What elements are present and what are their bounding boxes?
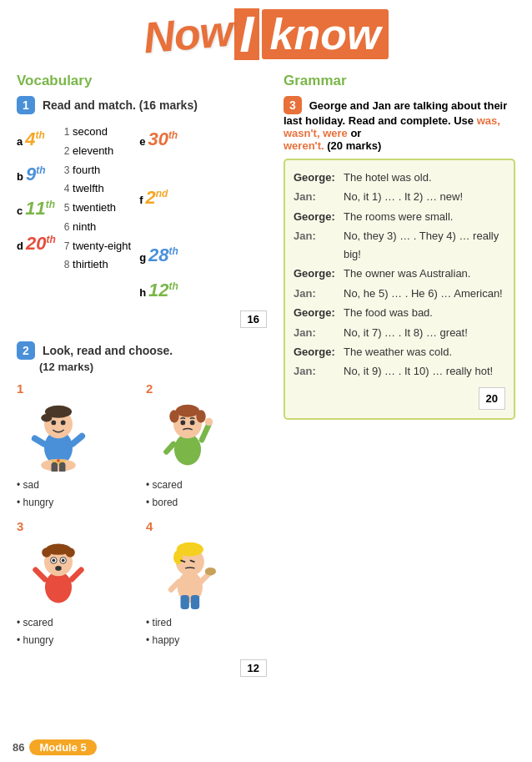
dialogue-line-3: George: The rooms were small. [294,208,505,225]
ord-g: 28th [148,239,178,272]
exercise-2: 2 Look, read and choose. (12 marks) 1 [17,341,267,677]
char2-opt2: bored [146,494,183,511]
svg-rect-37 [181,595,189,609]
george-speaker-2: George: [294,208,339,225]
exercise2-score: 12 [240,659,267,677]
label-b: b [17,167,23,186]
word-6: 6 ninth [64,218,131,237]
svg-line-34 [36,569,45,578]
jan-text-3: No, he 5) … . He 6) … American! [344,285,505,302]
george-speaker-3: George: [294,265,339,282]
svg-rect-12 [59,462,66,472]
character-3: 3 [17,519,138,648]
char4-options: tired happy [146,614,179,648]
svg-line-35 [72,569,81,578]
svg-point-26 [42,548,51,557]
word-5: 5 twentieth [64,199,131,218]
dialogue-line-4: Jan: No, they 3) … . They 4) … really bi… [294,227,505,263]
jan-text-4: No, it 7) … . It 8) … great! [344,324,505,341]
character-1: 1 [17,381,138,511]
dialogue-line-1: George: The hotel was old. [294,169,505,186]
match-item-b: b 9th [17,158,56,191]
char2-svg [150,401,225,472]
werent-highlight: weren't. [284,139,324,152]
char2-opt1: scared [146,477,183,493]
char2-options: scared bored [146,477,183,511]
clearfix1: 16 [17,306,267,328]
page-header: Now I know [0,0,532,64]
match-item-h: h 12th [139,274,178,307]
match-item-d: d 20th [17,227,56,260]
char1-opt2: hungry [17,494,53,511]
char4-opt1: tired [146,614,179,631]
char1-figure [17,398,100,473]
match-item-f: f 2nd [139,181,178,214]
ord-d: 20th [26,227,56,260]
svg-line-44 [201,573,208,581]
svg-point-5 [61,420,66,425]
george-text-2: The rooms were small. [344,208,505,225]
char1-num: 1 [17,381,23,396]
vocab-section-title: Vocabulary [17,73,267,89]
label-d: d [17,236,23,255]
char4-opt2: happy [146,632,179,648]
svg-point-23 [45,571,72,603]
match-item-c: c 11th [17,192,56,225]
match-item-g: g 28th [139,239,178,272]
left-column: Vocabulary 1 Read and match. (16 marks) … [17,73,267,685]
svg-line-7 [73,436,82,443]
label-g: g [139,248,146,267]
know-text: know [262,9,389,59]
george-speaker-1: George: [294,169,339,186]
character-2: 2 [146,381,267,511]
ord-a: 4th [25,123,45,156]
char1-svg [21,401,96,472]
match-item-a: a 4th [17,123,56,156]
exercise2-subtitle: (12 marks) [39,361,93,373]
dialogue-line-10: Jan: No, it 9) … . It 10) … really hot! [294,362,505,380]
char2-figure [146,398,229,473]
svg-point-3 [41,414,52,421]
char3-figure [17,536,100,611]
exercise2-badge: 2 [17,341,35,360]
word-8: 8 thirtieth [64,255,131,275]
svg-point-19 [190,420,195,425]
exercise1-title-text: Read and match. (16 marks) [43,98,198,112]
svg-point-31 [52,558,55,562]
svg-point-45 [205,568,216,575]
svg-point-41 [173,550,183,564]
match-layout: a 4th b 9th c 11th d [17,123,267,306]
george-text-3: The owner was Australian. [344,265,505,282]
char3-options: scared hungry [17,614,53,648]
svg-point-21 [205,418,213,426]
now-text: Now [141,5,234,63]
grammar-section-title: Grammar [284,73,515,89]
svg-point-15 [176,405,199,417]
svg-point-28 [54,544,62,552]
jan-speaker-2: Jan: [294,227,339,263]
match-item-e: e 30th [139,123,178,156]
i-text: I [234,8,258,60]
char4-svg [150,538,225,609]
char3-svg [21,538,96,609]
dialogue-line-5: George: The owner was Australian. [294,265,505,282]
match-left: a 4th b 9th c 11th d [17,123,56,306]
char3-opt2: hungry [17,632,53,648]
george-text-5: The weather was cold. [344,343,505,361]
dialogue-line-6: Jan: No, he 5) … . He 6) … American! [294,285,505,302]
exercise3-title: George and Jan are talking about their l… [284,99,507,127]
character-4: 4 [146,519,267,648]
word-1: 1 second [64,123,131,142]
exercise3-badge: 3 [284,96,302,114]
svg-point-13 [174,434,201,466]
exercise3-score-row: 20 [294,387,505,410]
ord-h: 12th [148,274,178,307]
exercise2-title: 2 Look, read and choose. (12 marks) [17,341,267,373]
label-h: h [139,283,146,302]
page-number: 86 [13,741,24,754]
exercise1-badge: 1 [17,96,35,114]
svg-line-20 [202,424,209,440]
svg-point-4 [52,420,57,425]
jan-speaker-1: Jan: [294,188,339,205]
label-f: f [139,190,143,209]
